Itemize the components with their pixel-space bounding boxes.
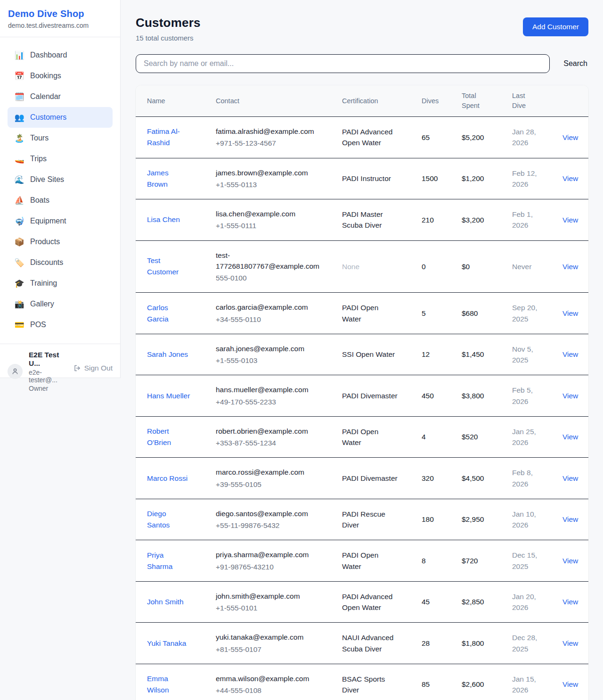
customers-table-card: Name Contact Certification Dives Total S… — [136, 85, 588, 700]
customer-phone: +1-555-0103 — [216, 355, 334, 366]
sidebar-item-pos[interactable]: 💳 POS — [8, 314, 113, 335]
customers-table: Name Contact Certification Dives Total S… — [136, 85, 588, 700]
sidebar-item-bookings[interactable]: 📅 Bookings — [8, 66, 113, 86]
customer-dives: 12 — [422, 350, 430, 358]
sidebar-item-products[interactable]: 📦 Products — [8, 231, 113, 252]
brand: Demo Dive Shop demo.test.divestreams.com — [0, 0, 120, 37]
brand-name[interactable]: Demo Dive Shop — [8, 8, 112, 19]
customer-total-spent: $1,450 — [462, 350, 484, 358]
customer-phone: +1-555-0111 — [216, 220, 334, 231]
customer-certification: BSAC Sports Diver — [342, 674, 399, 696]
view-link[interactable]: View — [562, 216, 578, 224]
customer-total-spent: $2,950 — [462, 515, 484, 523]
sidebar-item-equipment[interactable]: 🤿 Equipment — [8, 211, 113, 231]
customer-name-link[interactable]: Test Customer — [147, 255, 190, 278]
sidebar-item-dive-sites[interactable]: 🌊 Dive Sites — [8, 169, 113, 190]
gallery-icon: 📸 — [14, 300, 24, 308]
sign-out-label: Sign Out — [84, 364, 113, 372]
customer-name-link[interactable]: James Brown — [147, 167, 190, 190]
view-link[interactable]: View — [562, 557, 578, 565]
customer-phone: +34-555-0110 — [216, 314, 334, 325]
customer-certification: PADI Divemaster — [342, 390, 398, 401]
sidebar-item-tours[interactable]: 🏝️ Tours — [8, 128, 113, 148]
view-link[interactable]: View — [562, 309, 578, 317]
calendar-icon: 🗓️ — [14, 93, 24, 101]
sign-out-button[interactable]: Sign Out — [73, 364, 113, 372]
view-link[interactable]: View — [562, 639, 578, 647]
customer-email: robert.obrien@example.com — [216, 426, 323, 436]
dashboard-icon: 📊 — [14, 51, 24, 59]
view-link[interactable]: View — [562, 350, 578, 358]
user-email: e2e-tester@... — [29, 369, 67, 384]
sidebar-item-boats[interactable]: ⛵ Boats — [8, 190, 113, 211]
boats-icon: ⛵ — [14, 197, 24, 205]
products-icon: 📦 — [14, 238, 24, 246]
view-link[interactable]: View — [562, 515, 578, 523]
search-button[interactable]: Search — [562, 57, 588, 71]
customer-name-link[interactable]: Priya Sharma — [147, 550, 190, 572]
column-header-actions — [562, 85, 588, 117]
sidebar-item-trips[interactable]: 🚤 Trips — [8, 148, 113, 169]
column-header-contact: Contact — [216, 85, 342, 117]
customer-name-link[interactable]: Carlos Garcia — [147, 302, 190, 325]
view-link[interactable]: View — [562, 598, 578, 606]
view-link[interactable]: View — [562, 680, 578, 688]
sidebar-item-gallery[interactable]: 📸 Gallery — [8, 294, 113, 314]
customer-name-link[interactable]: Sarah Jones — [147, 349, 188, 360]
customer-email: test-1772681807767@example.com — [216, 250, 323, 272]
customer-name-link[interactable]: Lisa Chen — [147, 214, 180, 225]
sidebar-item-calendar[interactable]: 🗓️ Calendar — [8, 86, 113, 107]
add-customer-button[interactable]: Add Customer — [523, 17, 588, 36]
customer-name-link[interactable]: Diego Santos — [147, 508, 190, 531]
customer-certification: PADI Rescue Diver — [342, 509, 399, 531]
customers-icon: 👥 — [14, 114, 24, 122]
view-link[interactable]: View — [562, 392, 578, 400]
column-header-dives: Dives — [422, 85, 462, 117]
sidebar-item-discounts[interactable]: 🏷️ Discounts — [8, 252, 113, 273]
customer-total-spent: $4,500 — [462, 474, 484, 482]
customer-name-link[interactable]: John Smith — [147, 596, 184, 608]
column-header-name: Name — [136, 85, 216, 117]
customer-phone: +1-555-0101 — [216, 602, 334, 613]
customer-dives: 5 — [422, 309, 426, 317]
customer-dives: 0 — [422, 263, 426, 271]
pos-icon: 💳 — [14, 321, 24, 329]
table-row: Fatima Al-Rashid fatima.alrashid@example… — [136, 117, 588, 158]
customer-dives: 180 — [422, 515, 434, 523]
customer-name-link[interactable]: Robert O'Brien — [147, 426, 190, 448]
view-link[interactable]: View — [562, 263, 578, 271]
customer-phone: +1-555-0113 — [216, 179, 334, 190]
customer-name-link[interactable]: Fatima Al-Rashid — [147, 126, 190, 148]
customer-name-link[interactable]: Emma Wilson — [147, 673, 190, 696]
sidebar: Demo Dive Shop demo.test.divestreams.com… — [0, 0, 121, 378]
user-name: E2E Test U... — [29, 351, 67, 368]
customer-name-link[interactable]: Marco Rossi — [147, 473, 187, 484]
page-title: Customers — [136, 16, 201, 30]
user-info: E2E Test U... e2e-tester@... Owner — [29, 351, 67, 392]
customer-certification: PADI Open Water — [342, 426, 399, 448]
customer-last-dive: Feb 1, 2026 — [512, 209, 546, 231]
customer-last-dive: Feb 12, 2026 — [512, 168, 546, 190]
view-link[interactable]: View — [562, 474, 578, 482]
customer-certification: PADI Open Water — [342, 302, 399, 324]
customer-last-dive: Dec 15, 2025 — [512, 550, 546, 572]
customer-email: emma.wilson@example.com — [216, 673, 323, 684]
customer-certification: PADI Open Water — [342, 550, 399, 572]
customer-total-spent: $1,800 — [462, 639, 484, 647]
customer-total-spent: $680 — [462, 309, 478, 317]
training-icon: 🎓 — [14, 280, 24, 288]
view-link[interactable]: View — [562, 174, 578, 182]
dive-sites-icon: 🌊 — [14, 176, 24, 184]
table-row: James Brown james.brown@example.com +1-5… — [136, 158, 588, 199]
customer-name-link[interactable]: Yuki Tanaka — [147, 638, 186, 649]
sidebar-item-customers[interactable]: 👥 Customers — [8, 107, 113, 128]
sign-out-icon — [73, 364, 81, 372]
customer-last-dive: Feb 5, 2026 — [512, 385, 546, 407]
customer-name-link[interactable]: Hans Mueller — [147, 390, 190, 402]
customer-email: priya.sharma@example.com — [216, 549, 323, 560]
sidebar-item-training[interactable]: 🎓 Training — [8, 273, 113, 294]
view-link[interactable]: View — [562, 433, 578, 441]
search-input[interactable] — [136, 54, 550, 73]
view-link[interactable]: View — [562, 133, 578, 141]
sidebar-item-dashboard[interactable]: 📊 Dashboard — [8, 45, 113, 66]
